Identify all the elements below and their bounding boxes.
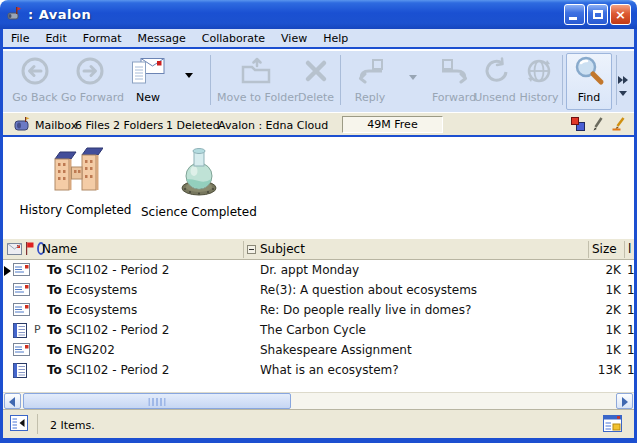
history-button[interactable]: History — [517, 53, 561, 109]
close-button[interactable]: × — [610, 4, 631, 25]
reply-button[interactable]: Reply — [347, 53, 393, 109]
message-icon — [13, 263, 30, 276]
minimize-button[interactable] — [564, 4, 585, 25]
column-divider[interactable] — [624, 241, 625, 258]
new-button[interactable]: New — [123, 53, 173, 109]
scrollbar-thumb[interactable] — [23, 393, 291, 409]
find-icon — [573, 55, 605, 87]
layered-squares-icon[interactable] — [571, 117, 585, 131]
desktop-icon-label: History Completed — [18, 203, 133, 217]
column-divider[interactable] — [243, 241, 244, 258]
toggle-sidebar-icon[interactable] — [10, 415, 28, 431]
subject-text: The Carbon Cycle — [260, 323, 366, 337]
document-icon — [13, 323, 27, 338]
go-forward-button[interactable]: Go Forward — [61, 53, 119, 109]
message-list: To SCI102 - Period 2 Dr. appt Monday 2K … — [3, 260, 634, 392]
list-item[interactable]: To Ecosystems Re: Do people really live … — [3, 300, 634, 320]
free-space-text: 49M Free — [367, 118, 417, 131]
recipient-name: Ecosystems — [66, 303, 137, 317]
delete-button[interactable]: Delete — [295, 53, 337, 109]
list-item[interactable]: To ENG202 Shakespeare Assignment 1K 1 — [3, 340, 634, 360]
menu-bar: File Edit Format Message Collaborate Vie… — [3, 29, 634, 49]
toolbar-separator — [340, 55, 341, 105]
free-space-gauge: 49M Free — [342, 116, 443, 133]
history-icon — [525, 57, 553, 85]
pencil-icon[interactable] — [592, 116, 604, 131]
toolbar-separator — [562, 55, 563, 105]
envelope-column-icon[interactable] — [7, 243, 22, 255]
delete-icon — [303, 58, 329, 84]
reply-dropdown-arrow-icon[interactable] — [409, 75, 417, 80]
deleted-count: 1 Deleted — [166, 119, 220, 132]
list-header: Name Subject Size l — [3, 239, 634, 260]
size-text: 2K — [578, 303, 621, 317]
signature-pencil-icon[interactable] — [611, 116, 626, 131]
toolbar-overflow-button[interactable] — [615, 69, 631, 96]
menu-help[interactable]: Help — [315, 32, 356, 45]
list-item[interactable]: P To SCI102 - Period 2 The Carbon Cycle … — [3, 320, 634, 340]
collapse-subject-icon[interactable] — [247, 245, 256, 254]
column-header-size[interactable]: Size — [592, 242, 617, 256]
status-bar: 2 Items. — [3, 409, 634, 438]
to-label: To — [47, 263, 62, 277]
toolbar: Go Back Go Forward New — [3, 51, 634, 112]
size-text: 1K — [578, 283, 621, 297]
list-item[interactable]: To SCI102 - Period 2 What is an ecosyste… — [3, 360, 634, 380]
size-text: 1K — [578, 343, 621, 357]
window-title: : Avalon — [28, 7, 91, 22]
list-item[interactable]: To SCI102 - Period 2 Dr. appt Monday 2K … — [3, 260, 634, 280]
completed-items-panel: History Completed Science Completed — [3, 139, 634, 239]
flag-column-icon[interactable] — [25, 242, 34, 255]
history-completed-item[interactable]: History Completed — [18, 147, 133, 217]
size-text: 2K — [578, 263, 621, 277]
menu-message[interactable]: Message — [130, 32, 194, 45]
mailbox-icon — [13, 116, 31, 134]
menu-collaborate[interactable]: Collaborate — [194, 32, 273, 45]
science-completed-item[interactable]: Science Completed — [141, 147, 256, 219]
go-back-button[interactable]: Go Back — [9, 53, 61, 109]
list-item[interactable]: To Ecosystems Re(3): A question about ec… — [3, 280, 634, 300]
message-icon — [13, 343, 30, 356]
mailbox-title: Mailbox — [35, 119, 77, 132]
to-label: To — [47, 303, 62, 317]
find-button[interactable]: Find — [566, 53, 612, 109]
recipient-name: SCI102 - Period 2 — [66, 263, 169, 277]
column-divider[interactable] — [588, 241, 589, 258]
history-building-icon — [49, 147, 103, 195]
subject-text: Shakespeare Assignment — [260, 343, 412, 357]
size-text: 13K — [578, 363, 621, 377]
unsend-button[interactable]: Unsend — [473, 53, 517, 109]
selection-arrow-icon — [4, 266, 11, 276]
menu-edit[interactable]: Edit — [37, 32, 74, 45]
flag-label: P — [34, 323, 41, 336]
go-back-icon — [20, 56, 50, 86]
scroll-right-button[interactable] — [616, 393, 633, 409]
app-icon — [5, 6, 22, 23]
menu-format[interactable]: Format — [75, 32, 130, 45]
menu-file[interactable]: File — [3, 32, 37, 45]
avalon-window: : Avalon × File Edit Format Message Coll… — [0, 0, 637, 443]
column-header-truncated: l — [628, 242, 631, 256]
column-header-name[interactable]: Name — [42, 242, 77, 256]
new-message-icon — [130, 56, 166, 86]
titlebar[interactable]: : Avalon × — [0, 0, 637, 29]
new-dropdown-arrow-icon[interactable] — [185, 73, 193, 78]
subject-text: Re(3): A question about ecosystems — [260, 283, 477, 297]
window-border — [0, 438, 637, 443]
close-icon: × — [615, 7, 626, 22]
chevron-right-icon — [623, 76, 628, 84]
move-to-folder-icon — [240, 57, 272, 85]
scroll-left-button[interactable] — [4, 393, 21, 409]
arrow-right-icon — [622, 397, 628, 407]
menu-view[interactable]: View — [273, 32, 315, 45]
thumb-grip-icon — [149, 398, 166, 406]
move-to-folder-button[interactable]: Move to Folder — [217, 53, 295, 109]
column-header-subject[interactable]: Subject — [260, 242, 305, 256]
maximize-button[interactable] — [587, 4, 608, 25]
split-view-icon[interactable] — [603, 415, 622, 432]
horizontal-scrollbar[interactable] — [3, 392, 634, 409]
subject-text: Re: Do people really live in domes? — [260, 303, 471, 317]
recipient-name: SCI102 - Period 2 — [66, 323, 169, 337]
to-label: To — [47, 283, 62, 297]
arrow-left-icon — [9, 397, 15, 407]
